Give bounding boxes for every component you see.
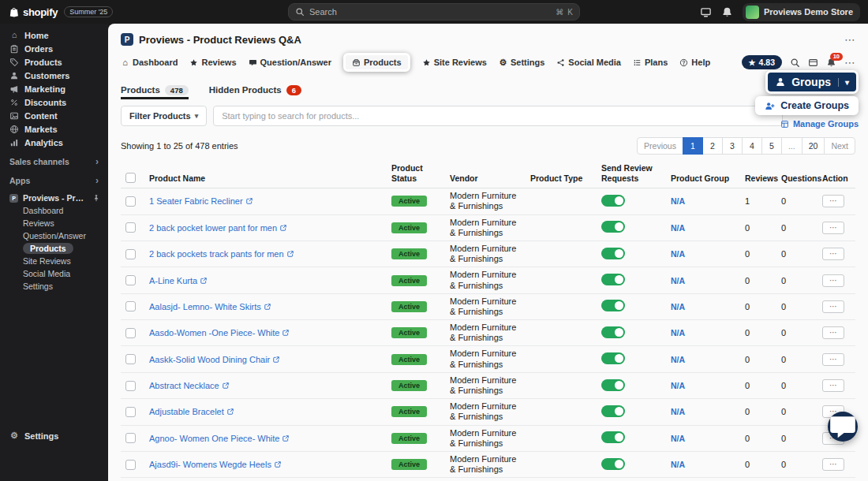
- pagination-page-5[interactable]: 5: [761, 137, 782, 155]
- product-group-link[interactable]: N/A: [671, 355, 685, 364]
- tab-products[interactable]: Products 478: [121, 80, 189, 99]
- shopify-logo[interactable]: shopify: [8, 6, 58, 18]
- product-name-link[interactable]: 1 Seater Fabric Recliner: [149, 196, 243, 206]
- product-group-link[interactable]: N/A: [671, 196, 685, 206]
- groups-dropdown-button[interactable]: Groups ▾: [765, 70, 859, 94]
- external-link-icon[interactable]: [274, 460, 282, 468]
- sidebar-item-discounts[interactable]: Discounts: [0, 95, 108, 109]
- sidebar-subitem-settings[interactable]: Settings: [0, 280, 108, 293]
- sidebar-item-customers[interactable]: Customers: [0, 69, 108, 82]
- row-action-button[interactable]: ⋯: [822, 300, 844, 313]
- external-link-icon[interactable]: [282, 329, 290, 337]
- sidebar-subitem-reviews[interactable]: Reviews: [0, 217, 108, 229]
- sidebar-subitem-dashboard[interactable]: Dashboard: [0, 204, 108, 217]
- filter-products-button[interactable]: Filter Products ▾: [121, 106, 207, 126]
- sidebar-apps[interactable]: Apps ›: [0, 174, 108, 187]
- product-group-link[interactable]: N/A: [671, 381, 685, 390]
- card-icon[interactable]: [808, 58, 818, 68]
- pagination-page-1[interactable]: 1: [683, 137, 703, 155]
- pagination-previous[interactable]: Previous: [637, 137, 683, 155]
- product-name-link[interactable]: Ajasd9i- Womens Wegde Heels: [149, 460, 271, 469]
- send-review-toggle[interactable]: [601, 379, 625, 391]
- row-checkbox[interactable]: [125, 433, 136, 443]
- product-group-link[interactable]: N/A: [671, 328, 685, 337]
- store-menu[interactable]: Proviews Demo Store: [743, 3, 860, 21]
- row-action-button[interactable]: ⋯: [822, 353, 844, 366]
- send-review-toggle[interactable]: [601, 405, 625, 417]
- sidebar-item-analytics[interactable]: Analytics: [0, 136, 108, 149]
- product-group-link[interactable]: N/A: [671, 434, 685, 443]
- send-review-toggle[interactable]: [601, 458, 625, 470]
- external-link-icon[interactable]: [222, 382, 230, 390]
- send-review-toggle[interactable]: [601, 326, 625, 338]
- send-review-toggle[interactable]: [601, 352, 625, 364]
- row-checkbox[interactable]: [125, 460, 136, 470]
- send-review-toggle[interactable]: [601, 431, 625, 443]
- send-review-toggle[interactable]: [601, 221, 625, 233]
- bell-icon[interactable]: 10: [826, 58, 836, 68]
- nav-item-social-media[interactable]: Social Media: [556, 58, 621, 67]
- nav-item-reviews[interactable]: Reviews: [189, 58, 236, 67]
- pagination-page-4[interactable]: 4: [742, 137, 762, 155]
- product-name-link[interactable]: Aalasjd- Lemno- White Skirts: [149, 302, 261, 311]
- manage-groups-link[interactable]: Manage Groups: [780, 119, 859, 129]
- sidebar-item-content[interactable]: Content: [0, 109, 108, 122]
- row-checkbox[interactable]: [125, 249, 136, 259]
- row-action-button[interactable]: ⋯: [822, 222, 844, 234]
- global-search[interactable]: Search ⌘ K: [288, 3, 580, 21]
- external-link-icon[interactable]: [282, 434, 290, 442]
- send-review-toggle[interactable]: [601, 274, 625, 285]
- nav-item-dashboard[interactable]: ⌂Dashboard: [121, 58, 178, 67]
- product-group-link[interactable]: N/A: [671, 276, 685, 285]
- sidebar-item-orders[interactable]: Orders: [0, 42, 108, 55]
- row-checkbox[interactable]: [125, 381, 136, 391]
- send-review-toggle[interactable]: [601, 195, 625, 207]
- product-name-link[interactable]: A-Line Kurta: [149, 276, 197, 285]
- nav-item-site-reviews[interactable]: Site Reviews: [422, 58, 487, 67]
- sidebar-item-proviews-app[interactable]: P Proviews - Product Rev...: [0, 192, 108, 204]
- app-search-icon[interactable]: [790, 58, 800, 68]
- pagination-page-20[interactable]: 20: [802, 137, 825, 155]
- row-action-button[interactable]: ⋯: [822, 379, 844, 392]
- sidebar-subitem-question-answer[interactable]: Question/Answer: [0, 229, 108, 242]
- product-name-link[interactable]: 2 back pockets track pants for men: [149, 249, 284, 259]
- external-link-icon[interactable]: [264, 303, 271, 311]
- nav-item-products[interactable]: Products: [343, 53, 410, 72]
- row-action-button[interactable]: ⋯: [822, 195, 844, 207]
- nav-item-help[interactable]: Help: [679, 58, 710, 67]
- row-checkbox[interactable]: [125, 222, 136, 233]
- sidebar-item-settings[interactable]: ⚙ Settings: [0, 429, 108, 442]
- row-action-button[interactable]: ⋯: [822, 326, 844, 339]
- external-link-icon[interactable]: [226, 408, 234, 416]
- product-group-link[interactable]: N/A: [671, 407, 685, 416]
- product-group-link[interactable]: N/A: [671, 223, 685, 233]
- nav-item-settings[interactable]: ⚙Settings: [499, 58, 544, 67]
- product-group-link[interactable]: N/A: [671, 302, 685, 311]
- row-checkbox[interactable]: [125, 196, 136, 207]
- external-link-icon[interactable]: [272, 356, 280, 364]
- external-link-icon[interactable]: [286, 250, 294, 258]
- select-all-checkbox[interactable]: [125, 173, 136, 183]
- send-review-toggle[interactable]: [601, 248, 625, 259]
- nav-item-question-answer[interactable]: Question/Answer: [249, 58, 331, 67]
- row-checkbox[interactable]: [125, 328, 136, 338]
- nav-item-plans[interactable]: Plans: [633, 58, 668, 67]
- product-name-link[interactable]: Agnoo- Women One Piece- White: [149, 434, 279, 443]
- row-checkbox[interactable]: [125, 301, 136, 311]
- sidebar-subitem-products[interactable]: Products: [0, 242, 108, 255]
- row-action-button[interactable]: ⋯: [822, 458, 844, 471]
- row-action-button[interactable]: ⋯: [822, 274, 844, 287]
- chat-widget-button[interactable]: [828, 412, 858, 442]
- send-review-toggle[interactable]: [601, 300, 625, 311]
- sidebar-item-products[interactable]: Products: [0, 55, 108, 69]
- sidebar-sales-channels[interactable]: Sales channels ›: [0, 155, 108, 168]
- product-name-link[interactable]: Aasdo-Women -One Piece- White: [149, 328, 279, 337]
- notifications-bell-icon[interactable]: [721, 6, 733, 18]
- external-link-icon[interactable]: [200, 277, 208, 285]
- sidebar-item-marketing[interactable]: Marketing: [0, 82, 108, 95]
- product-search-input[interactable]: [213, 106, 783, 126]
- row-checkbox[interactable]: [125, 407, 136, 417]
- product-group-link[interactable]: N/A: [671, 249, 685, 259]
- product-name-link[interactable]: Aaskk-Solid Wood Dining Chair: [149, 355, 270, 364]
- tab-hidden-products[interactable]: Hidden Products 6: [209, 80, 301, 99]
